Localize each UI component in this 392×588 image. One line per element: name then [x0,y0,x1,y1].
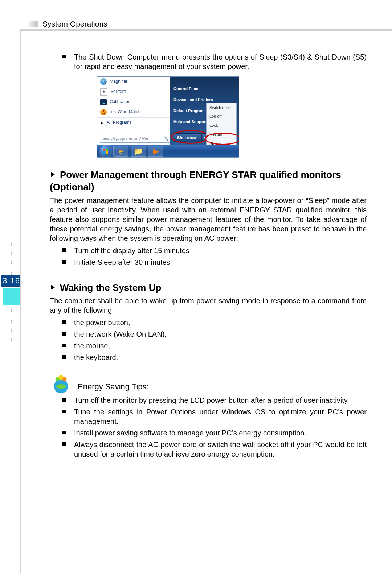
list-item: Initiate Sleep after 30 minutes [62,257,367,267]
list-item: Turn off the display after 15 minutes [62,246,367,255]
tips-title: Energy Saving Tips: [78,382,149,395]
calibration-icon: IC [100,99,107,105]
svg-rect-2 [103,151,105,154]
search-icon: 🔍 [163,136,168,141]
explorer-icon[interactable]: 📁 [131,146,146,157]
all-programs-label: All Programs [107,120,132,126]
header-accent-icon [27,21,38,27]
svg-point-7 [62,377,67,382]
media-player-icon[interactable]: ▶ [148,146,163,157]
windows-start-orb-icon[interactable] [100,146,111,157]
flyout-item-label: Restart [209,132,222,137]
right-menu-item[interactable]: Control Panel [173,83,239,94]
svg-rect-3 [106,151,108,154]
start-menu-item[interactable]: ◎ msi Wind Match [97,107,170,117]
start-menu-item[interactable]: ♠ Solitaire [97,87,170,97]
right-menu-item-label: Devices and Printers [173,97,213,102]
section-heading-waking-up: Waking the System Up [50,281,367,294]
page-number: 3-16 [1,275,21,287]
shut-down-label: Shut down [177,135,197,140]
svg-rect-0 [103,149,105,151]
start-menu-item-label: Magnifier [110,79,127,85]
flyout-item[interactable]: Restart [207,130,236,139]
flyout-item[interactable]: Lock [207,121,236,130]
flyout-item[interactable]: Log off [207,112,236,121]
start-menu-item[interactable]: IC Calibration [97,97,170,107]
list-item: the power button, [62,318,367,327]
right-menu-item-label: Help and Support [173,119,207,124]
all-programs-item[interactable]: ▶ All Programs [97,117,170,128]
list-item: Tune the settings in Power Options under… [62,407,367,426]
content-frame: The Shut Down Computer menu presents the… [20,29,392,573]
flyout-item-label: Lock [209,123,218,127]
msi-wind-match-icon: ◎ [100,109,107,115]
start-menu-screenshot: 🔍 Magnifier ♠ Solitaire IC Calibration [97,76,239,158]
svg-rect-1 [106,149,108,151]
flyout-item[interactable]: Switch user [207,103,236,112]
right-menu-item-label: Default Programs [173,109,207,113]
accent-block-icon [3,288,20,305]
right-menu-item-label: Control Panel [173,86,200,91]
list-item: the keyboard. [62,353,367,362]
header-title: System Operations [42,20,107,28]
ie-icon[interactable]: e [113,146,128,157]
chevron-right-icon [50,169,56,181]
flyout-item-label: Log off [209,114,221,118]
start-menu-item-label: Solitaire [110,89,126,95]
page-tab: 3-16 [1,239,21,341]
magnifier-icon: 🔍 [100,78,107,85]
section-heading-text: Waking the System Up [60,282,161,293]
search-placeholder: Search programs and files [102,136,149,141]
solitaire-icon: ♠ [100,88,107,96]
start-menu-left-panel: 🔍 Magnifier ♠ Solitaire IC Calibration [97,77,170,145]
document-page: System Operations 3-16 The Shut Down Com… [0,0,392,588]
shut-down-button[interactable]: Shut down [173,133,202,142]
list-item: Turn off the monitor by pressing the LCD… [62,396,367,405]
flyout-item-label: Switch user [209,105,230,110]
list-item: the mouse, [62,341,367,350]
start-menu-item-label: msi Wind Match [110,109,140,115]
start-menu-item-label: Calibration [110,99,130,105]
list-item: Always disconnect the AC power cord or s… [62,440,367,459]
start-menu-item[interactable]: 🔍 Magnifier [97,77,170,87]
chevron-right-icon [50,281,56,294]
intro-bullet: The Shut Down Computer menu presents the… [62,52,367,71]
header: System Operations [27,20,107,28]
section-heading-power-management: Power Management through ENERGY STAR qua… [50,169,367,194]
search-input[interactable]: Search programs and files 🔍 [100,134,171,143]
section-heading-text: Power Management through ENERGY STAR qua… [50,169,341,192]
list-item: Install power saving software to manage … [62,428,367,438]
energy-globe-icon [50,372,72,395]
shutdown-flyout-menu: Switch user Log off Lock Restart Sleep [206,103,237,148]
taskbar: e 📁 ▶ [97,145,239,157]
list-item: the network (Wake On LAN), [62,329,367,339]
dotted-line-icon [11,239,12,275]
section1-paragraph: The power management feature allows the … [50,196,367,243]
chevron-right-icon: ▶ [100,120,104,125]
dotted-line-icon [11,305,12,341]
tips-header: Energy Saving Tips: [50,372,367,395]
section2-paragraph: The computer shall be able to wake up fr… [50,296,367,315]
